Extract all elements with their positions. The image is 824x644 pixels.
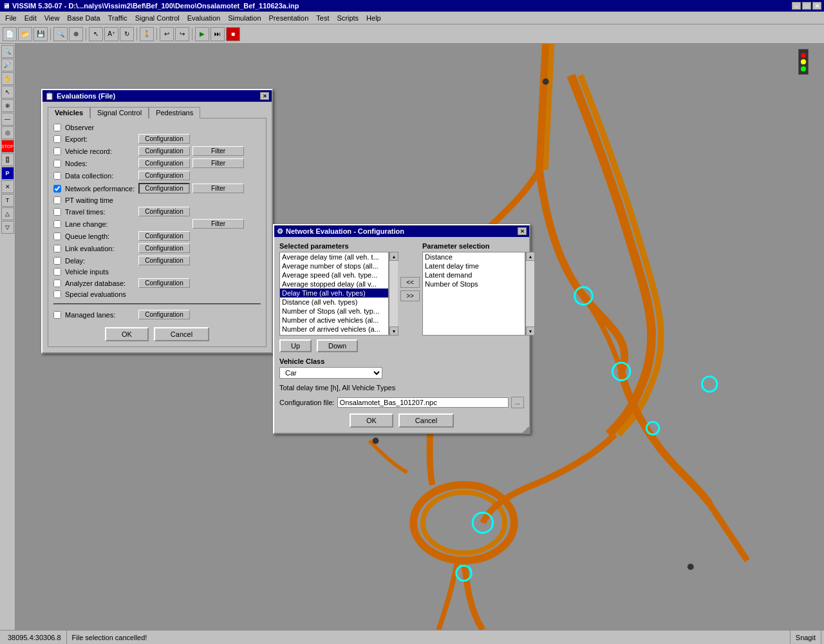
select-button[interactable]: ↖ (89, 27, 103, 41)
net-eval-cancel-button[interactable]: Cancel (398, 413, 454, 428)
data-collection-checkbox[interactable] (53, 172, 61, 180)
list-item[interactable]: Average stopped delay (all v... (280, 279, 388, 289)
nodes-filter-button[interactable]: Filter (192, 158, 244, 168)
list-item[interactable]: Number of active vehicles (al... (280, 316, 388, 325)
signal-icon[interactable]: 🚦 (1, 153, 14, 166)
minimize-button[interactable]: – (792, 2, 801, 10)
scroll-track[interactable] (389, 261, 398, 327)
param-selection-scrollbar[interactable]: ▲ ▼ (525, 252, 534, 336)
menu-test[interactable]: Test (312, 13, 333, 23)
menu-simulation[interactable]: Simulation (224, 13, 265, 23)
nodes-checkbox[interactable] (53, 160, 61, 167)
lane-change-checkbox[interactable] (53, 220, 61, 228)
list-item[interactable]: Stopped Delay (all veh. type... (280, 334, 388, 336)
menu-evaluation[interactable]: Evaluation (183, 13, 224, 23)
remove-param-button[interactable]: >> (400, 290, 420, 301)
ped-icon[interactable]: ✕ (1, 180, 14, 193)
network-performance-filter-button[interactable]: Filter (192, 184, 244, 193)
data-collection-config-button[interactable]: Configuration (138, 171, 190, 180)
scroll-down-btn[interactable]: ▼ (389, 327, 398, 336)
menu-traffic[interactable]: Traffic (104, 13, 131, 23)
list-item[interactable]: Average number of stops (all... (280, 261, 388, 270)
triangle-icon[interactable]: △ (1, 207, 14, 220)
node-icon[interactable]: ◎ (1, 126, 14, 139)
vehicle-record-filter-button[interactable]: Filter (192, 146, 244, 156)
zoom-out-icon[interactable]: 🔎 (1, 59, 14, 71)
analyzer-db-config-button[interactable]: Configuration (138, 278, 190, 288)
param-scroll-up-btn[interactable]: ▲ (526, 252, 535, 261)
pt-waiting-checkbox[interactable] (53, 196, 61, 204)
list-item[interactable]: Distance (all veh. types) (280, 298, 388, 307)
menu-signal-control[interactable]: Signal Control (131, 13, 183, 23)
eval-cancel-button[interactable]: Cancel (154, 327, 209, 341)
param-list-item-num-stops[interactable]: Number of Stops (423, 279, 525, 289)
snagit-label[interactable]: Snagit (796, 634, 816, 641)
list-item[interactable]: Average speed (all veh. type... (280, 270, 388, 279)
undo-button[interactable]: ↩ (160, 27, 174, 41)
menu-help[interactable]: Help (362, 13, 385, 23)
menu-base-data[interactable]: Base Data (63, 13, 104, 23)
net-eval-ok-button[interactable]: OK (350, 413, 393, 428)
export-checkbox[interactable] (53, 135, 61, 143)
select-icon[interactable]: ↖ (1, 86, 14, 99)
pointer-icon[interactable]: ⊕ (1, 99, 14, 112)
travel-times-config-button[interactable]: Configuration (138, 207, 190, 216)
scroll-up-btn[interactable]: ▲ (389, 252, 398, 261)
vehicle-record-checkbox[interactable] (53, 147, 61, 155)
selected-params-list[interactable]: Average delay time (all veh. t... Averag… (279, 252, 389, 336)
redo-button[interactable]: ↪ (175, 27, 189, 41)
down-button[interactable]: Down (317, 339, 358, 352)
delay-config-button[interactable]: Configuration (138, 256, 190, 265)
list-item[interactable]: Average delay time (all veh. t... (280, 252, 388, 261)
list-item[interactable]: Number of Stops (all veh. typ... (280, 307, 388, 316)
queue-length-checkbox[interactable] (53, 232, 61, 240)
net-eval-close-button[interactable]: ✕ (518, 227, 527, 235)
text-icon[interactable]: T (1, 194, 14, 207)
nodes-config-button[interactable]: Configuration (138, 158, 190, 168)
export-config-button[interactable]: Configuration (138, 134, 190, 144)
tab-vehicles[interactable]: Vehicles (48, 107, 90, 118)
vehicle-class-select[interactable]: Car All HGV Bus (279, 367, 382, 379)
zoom-button[interactable]: ⊕ (69, 27, 83, 41)
eval-ok-button[interactable]: OK (105, 327, 149, 341)
stop-button[interactable]: ■ (226, 27, 240, 41)
rotate-button[interactable]: ↻ (120, 27, 134, 41)
zoom-in-icon[interactable]: 🔍 (1, 45, 14, 58)
list-item-selected[interactable]: Delay Time (all veh. types) (280, 289, 388, 298)
managed-lanes-config-button[interactable]: Configuration (138, 310, 190, 319)
save-button[interactable]: 💾 (33, 27, 48, 41)
zoom-in-button[interactable]: 🔍 (53, 27, 68, 41)
walk-button[interactable]: 🚶 (140, 27, 154, 41)
link-evaluation-config-button[interactable]: Configuration (138, 243, 190, 253)
eval-close-button[interactable]: ✕ (260, 92, 269, 100)
browse-button[interactable]: ... (511, 397, 524, 408)
maximize-button[interactable]: □ (802, 2, 811, 10)
param-selection-list[interactable]: Distance Latent delay time Latent demand… (422, 252, 525, 336)
menu-edit[interactable]: Edit (21, 13, 41, 23)
play-button[interactable]: ▶ (195, 27, 209, 41)
canvas-area[interactable]: 📋 Evaluations (File) ✕ Vehicles Signal C… (15, 44, 824, 630)
vehicle-inputs-checkbox[interactable] (53, 268, 61, 276)
analyzer-db-checkbox[interactable] (53, 279, 61, 287)
menu-presentation[interactable]: Presentation (265, 13, 313, 23)
param-list-item-latent-delay[interactable]: Latent delay time (423, 261, 525, 270)
network-performance-config-button[interactable]: Configuration (138, 183, 190, 194)
close-button[interactable]: ✕ (812, 2, 821, 10)
selected-params-scrollbar[interactable]: ▲ ▼ (389, 252, 398, 336)
observer-checkbox[interactable] (53, 124, 61, 131)
tab-signal-control[interactable]: Signal Control (90, 107, 149, 118)
menu-file[interactable]: File (1, 13, 21, 23)
delay-checkbox[interactable] (53, 257, 61, 265)
menu-scripts[interactable]: Scripts (333, 13, 362, 23)
param-scroll-track[interactable] (526, 261, 534, 327)
open-button[interactable]: 📂 (18, 27, 32, 41)
config-file-input[interactable] (337, 397, 509, 408)
param-list-item-latent-demand[interactable]: Latent demand (423, 270, 525, 279)
list-item[interactable]: Number of arrived vehicles (a... (280, 325, 388, 334)
menu-view[interactable]: View (41, 13, 64, 23)
queue-length-config-button[interactable]: Configuration (138, 231, 190, 241)
travel-times-checkbox[interactable] (53, 208, 61, 216)
network-performance-checkbox[interactable] (53, 185, 61, 193)
managed-lanes-checkbox[interactable] (53, 311, 61, 319)
tab-pedestrians[interactable]: Pedestrians (149, 107, 200, 118)
